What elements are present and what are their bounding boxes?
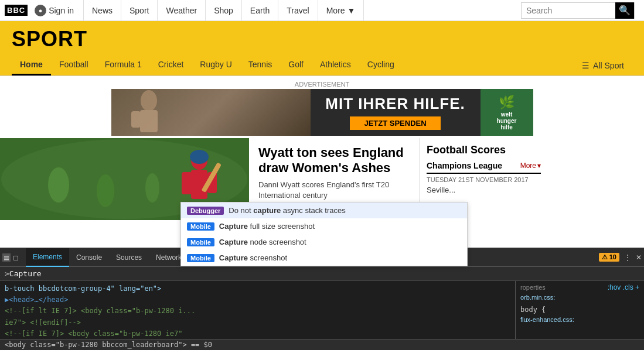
ad-logo-line3: hilfe: [500, 124, 513, 131]
chevron-down-icon-small: ▾: [537, 162, 541, 170]
all-sport-button[interactable]: ☰ All Sport: [574, 56, 632, 75]
scores-team: Seville...: [427, 186, 541, 194]
nav-news[interactable]: News: [83, 0, 121, 21]
nav-earth[interactable]: Earth: [242, 0, 278, 21]
ad-text: MIT IHRER HILFE. JETZT SPENDEN: [311, 90, 481, 135]
nav-sport[interactable]: Sport: [121, 0, 158, 21]
nav-weather[interactable]: Weather: [158, 0, 206, 21]
autocomplete-item-0[interactable]: Debugger Do not capture async stack trac…: [181, 203, 467, 218]
competition-name: Champions League: [427, 161, 502, 170]
svg-rect-2: [131, 111, 141, 128]
svg-point-11: [48, 167, 69, 203]
svg-rect-1: [140, 110, 158, 132]
scores-date: Tuesday 21st November 2017: [427, 176, 541, 183]
sport-nav-football[interactable]: Football: [51, 55, 97, 76]
article-summary: Danni Wyatt scores England's first T20 I…: [258, 180, 410, 201]
top-nav-links: News Sport Weather Shop Earth Travel Mor…: [83, 0, 521, 21]
sign-in-button[interactable]: ● Sign in: [35, 5, 74, 16]
sport-nav-home[interactable]: Home: [12, 55, 51, 76]
search-button[interactable]: 🔍: [615, 2, 634, 19]
sport-nav-golf[interactable]: Golf: [280, 55, 312, 76]
user-icon: ●: [35, 5, 46, 16]
bbc-logo-text: BBC: [5, 5, 28, 16]
svg-point-0: [141, 90, 157, 111]
all-sport-label: All Sport: [593, 61, 624, 70]
ad-cta-button[interactable]: JETZT SPENDEN: [350, 116, 440, 130]
ad-logo-line1: welt: [501, 111, 512, 118]
advertisement-label: ADVERTISEMENT: [0, 81, 644, 88]
sport-nav-cricket[interactable]: Cricket: [150, 55, 192, 76]
badge-debugger-0: Debugger: [187, 207, 224, 215]
autocomplete-item-1[interactable]: Mobile Capture full size screenshot: [181, 218, 467, 220]
ad-logo-line2: hunger: [497, 118, 517, 124]
ad-banner: MIT IHRER HILFE. JETZT SPENDEN 🌿 welt hu…: [111, 89, 533, 136]
sport-header: SPORT: [0, 21, 644, 55]
svg-point-10: [190, 150, 209, 164]
sign-in-label: Sign in: [49, 6, 74, 15]
sport-nav-formula1[interactable]: Formula 1: [97, 55, 150, 76]
svg-rect-7: [182, 172, 192, 194]
autocomplete-text-0: Do not capture async stack traces: [229, 206, 345, 215]
nav-travel[interactable]: Travel: [278, 0, 318, 21]
nav-more[interactable]: More ▼: [318, 0, 364, 21]
sport-nav-cycling[interactable]: Cycling: [359, 55, 403, 76]
autocomplete-dropdown: Debugger Do not capture async stack trac…: [180, 202, 468, 220]
bbc-logo[interactable]: BBC: [5, 5, 28, 16]
sport-nav-tennis[interactable]: Tennis: [240, 55, 280, 76]
top-nav: BBC ● Sign in News Sport Weather Shop Ea…: [0, 0, 644, 21]
sport-title: SPORT: [12, 27, 632, 52]
ad-image: [111, 89, 311, 136]
nav-shop[interactable]: Shop: [206, 0, 242, 21]
ad-logo: 🌿 welt hunger hilfe: [481, 89, 533, 136]
svg-point-12: [97, 174, 114, 207]
scores-competition: Champions League More ▾: [427, 161, 541, 174]
hamburger-icon: ☰: [582, 61, 590, 70]
article-headline[interactable]: Wyatt ton sees England draw Women's Ashe…: [258, 145, 410, 176]
ad-headline: MIT IHRER HILFE.: [325, 95, 465, 113]
sport-nav: Home Football Formula 1 Cricket Rugby U …: [0, 55, 644, 76]
chevron-down-icon: ▼: [347, 6, 356, 15]
search-box: 🔍: [521, 2, 635, 19]
sport-nav-athletics[interactable]: Athletics: [312, 55, 359, 76]
advertisement-section: ADVERTISEMENT MIT IHRER HILFE. JETZT SPE…: [0, 76, 644, 138]
svg-point-13: [145, 173, 159, 203]
sport-nav-rugbyu[interactable]: Rugby U: [192, 55, 240, 76]
scores-title: Football Scores: [427, 144, 541, 156]
scores-more-button[interactable]: More ▾: [520, 162, 541, 170]
leaf-icon: 🌿: [499, 95, 514, 110]
search-input[interactable]: [522, 6, 615, 15]
